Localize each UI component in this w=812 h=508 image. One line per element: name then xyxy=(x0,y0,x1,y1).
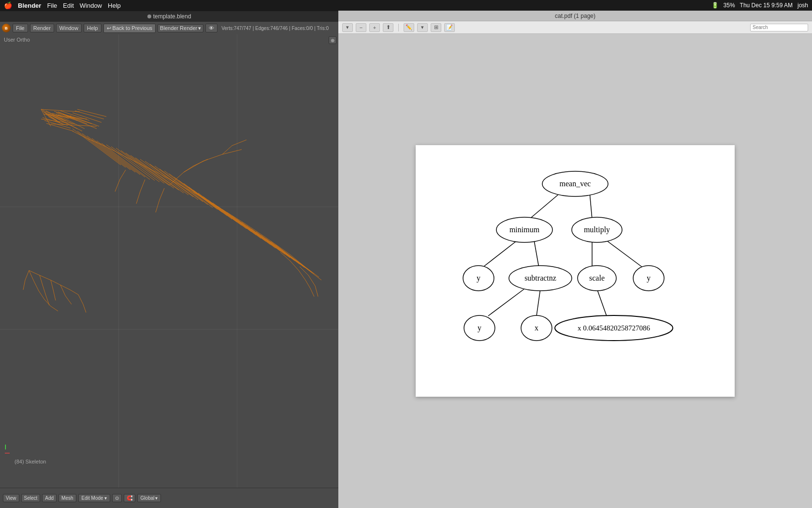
copy-btn[interactable]: ⊞ xyxy=(431,23,441,32)
clock: Thu Dec 15 9:59 AM xyxy=(740,2,793,9)
svg-line-31 xyxy=(72,129,121,165)
svg-line-132 xyxy=(534,240,539,268)
svg-line-38 xyxy=(106,145,155,180)
svg-line-124 xyxy=(305,280,310,288)
svg-line-119 xyxy=(160,188,164,200)
skeleton-wireframe xyxy=(0,34,338,397)
svg-line-36 xyxy=(97,141,145,177)
dropdown-icon: ▾ xyxy=(104,495,107,501)
back-icon: ↩ xyxy=(107,25,111,31)
blender-title-text: template.blend xyxy=(153,13,191,20)
svg-line-50 xyxy=(164,171,213,208)
pdf-search-input[interactable] xyxy=(750,24,808,31)
svg-line-91 xyxy=(232,140,246,146)
zoom-out-btn[interactable]: − xyxy=(356,23,366,32)
svg-line-125 xyxy=(310,288,314,297)
svg-line-109 xyxy=(51,280,53,290)
share-btn[interactable]: ⬆ xyxy=(383,23,393,32)
pdf-toolbar: ▾ − + ⬆ ✏️ ▾ ⊞ 📝 xyxy=(338,21,812,34)
svg-line-83 xyxy=(244,223,266,238)
proportional-btn[interactable]: ⊙ xyxy=(112,494,122,502)
blender-logo: B xyxy=(2,24,11,32)
help-menu-btn[interactable]: Help xyxy=(84,24,102,32)
svg-line-96 xyxy=(51,280,60,285)
view-btn[interactable]: View xyxy=(3,494,19,502)
svg-line-53 xyxy=(179,180,227,216)
svg-line-84 xyxy=(266,238,290,254)
viewport-3d[interactable]: User Ortho ⊕ xyxy=(0,34,338,488)
pdf-page: mean_vec minimum multiply y subtractnz xyxy=(416,145,735,397)
blender-statusbar: View Select Add Mesh Edit Mode ▾ ⊙ 🧲 Glo… xyxy=(0,488,338,508)
menu-file[interactable]: File xyxy=(47,2,57,9)
pdf-content: mean_vec minimum multiply y subtractnz xyxy=(338,34,812,508)
add-btn[interactable]: Add xyxy=(42,494,57,502)
blender-icon-btn[interactable]: 👁 xyxy=(205,24,218,32)
edit-dropdown-btn[interactable]: ▾ xyxy=(417,23,428,32)
svg-line-112 xyxy=(65,296,72,304)
file-menu-btn[interactable]: File xyxy=(13,24,28,32)
window-menu-btn[interactable]: Window xyxy=(56,24,82,32)
dropdown-icon: ▾ xyxy=(198,25,201,31)
svg-line-35 xyxy=(92,138,140,175)
svg-text:multiply: multiply xyxy=(584,225,610,234)
svg-line-82 xyxy=(222,209,244,223)
svg-line-97 xyxy=(60,285,70,290)
svg-line-32 xyxy=(77,131,126,167)
blender-title-icon xyxy=(147,15,151,18)
svg-text:y: y xyxy=(478,324,481,332)
zoom-in-btn[interactable]: + xyxy=(369,23,380,32)
svg-line-33 xyxy=(82,134,130,170)
menu-window[interactable]: Window xyxy=(80,2,102,9)
menubar-right: 🔋 35% Thu Dec 15 9:59 AM josh xyxy=(711,2,808,9)
global-select[interactable]: Global ▾ xyxy=(137,494,161,502)
svg-line-127 xyxy=(308,275,315,286)
blender-titlebar: template.blend xyxy=(0,11,338,22)
select-btn[interactable]: Select xyxy=(21,494,41,502)
menu-edit[interactable]: Edit xyxy=(63,2,73,9)
pdf-title-text: cat.pdf (1 page) xyxy=(555,13,595,19)
skeleton-label: (84) Skeleton xyxy=(14,459,46,464)
svg-line-65 xyxy=(237,219,285,254)
svg-text:x: x xyxy=(535,324,538,332)
blender-modebar: View Select Add Mesh Edit Mode ▾ ⊙ 🧲 Glo… xyxy=(0,488,338,508)
app-name[interactable]: Blender xyxy=(18,2,41,9)
svg-text:y: y xyxy=(647,274,651,283)
separator xyxy=(398,24,399,31)
svg-line-105 xyxy=(43,285,46,296)
menubar: 🍎 Blender File Edit Window Help 🔋 35% Th… xyxy=(0,0,812,11)
svg-line-131 xyxy=(482,240,517,268)
svg-line-104 xyxy=(40,275,43,285)
back-to-previous-btn[interactable]: ↩ Back to Previous xyxy=(103,24,156,33)
battery-level: 35% xyxy=(724,2,735,9)
zoom-dropdown-btn[interactable]: ▾ xyxy=(342,23,353,32)
svg-line-93 xyxy=(193,159,208,166)
svg-line-116 xyxy=(115,179,120,192)
x-axis-label: — xyxy=(5,450,17,456)
svg-line-45 xyxy=(140,159,188,195)
edit-mode-select[interactable]: Edit Mode ▾ xyxy=(78,494,110,502)
svg-line-1 xyxy=(41,109,51,126)
svg-line-101 xyxy=(39,291,44,299)
render-engine-select[interactable]: Blender Render ▾ xyxy=(158,24,203,32)
svg-line-110 xyxy=(53,290,56,300)
svg-text:scale: scale xyxy=(589,274,605,282)
pdf-window: cat.pdf (1 page) ▾ − + ⬆ ✏️ ▾ ⊞ 📝 xyxy=(338,11,812,508)
svg-line-56 xyxy=(193,190,242,225)
svg-line-74 xyxy=(72,131,87,138)
svg-line-136 xyxy=(536,289,540,316)
menu-help[interactable]: Help xyxy=(108,2,121,9)
markup-btn[interactable]: 📝 xyxy=(444,23,455,32)
svg-line-107 xyxy=(25,270,29,280)
username: josh xyxy=(798,2,808,9)
svg-line-94 xyxy=(29,270,40,275)
apple-menu[interactable]: 🍎 xyxy=(4,1,12,9)
mesh-btn[interactable]: Mesh xyxy=(58,494,76,502)
svg-line-113 xyxy=(78,295,83,304)
snap-btn[interactable]: 🧲 xyxy=(124,494,135,502)
svg-line-81 xyxy=(201,196,222,209)
svg-line-47 xyxy=(150,164,198,200)
svg-text:subtractnz: subtractnz xyxy=(524,274,556,282)
render-menu-btn[interactable]: Render xyxy=(30,24,54,32)
svg-text:mean_vec: mean_vec xyxy=(560,179,591,188)
edit-btn[interactable]: ✏️ xyxy=(404,23,414,32)
